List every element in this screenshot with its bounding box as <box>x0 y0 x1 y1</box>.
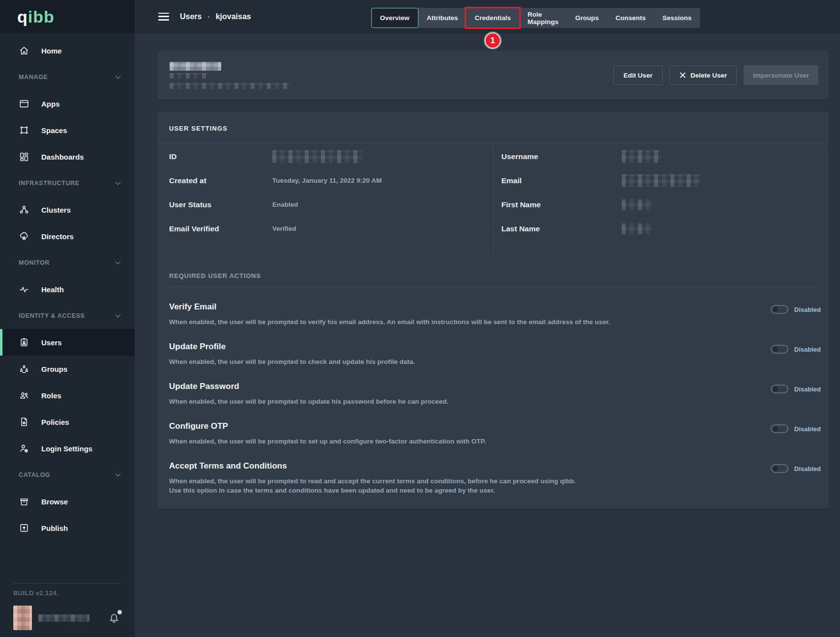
section-label: CATALOG <box>19 471 50 478</box>
sidebar-item-label: Roles <box>41 391 61 400</box>
x-icon <box>679 72 686 79</box>
field-value: Enabled <box>272 201 298 208</box>
field-created-at: Created at Tuesday, January 11, 2022 9:2… <box>157 168 493 193</box>
sidebar-item-publish[interactable]: Publish <box>0 515 135 541</box>
sidebar-item-dashboards[interactable]: Dashboards <box>0 143 135 170</box>
roles-icon <box>19 390 29 401</box>
action-accept-terms: Accept Terms and Conditions When enabled… <box>169 461 821 495</box>
sidebar-item-label: Users <box>41 338 62 347</box>
sidebar-item-apps[interactable]: Apps <box>0 90 135 117</box>
apps-icon <box>19 98 29 109</box>
browse-icon <box>19 496 29 507</box>
action-state: Disabled <box>771 424 821 433</box>
update-profile-toggle[interactable] <box>771 345 788 354</box>
action-body: Update Password When enabled, the user w… <box>169 382 771 406</box>
sidebar-section-manage[interactable]: MANAGE <box>0 64 135 90</box>
section-label: IDENTITY & ACCESS <box>19 312 85 319</box>
toggle-state-label: Disabled <box>794 306 821 313</box>
profile-name-redacted <box>38 614 89 622</box>
sidebar-item-home[interactable]: Home <box>0 37 135 64</box>
sidebar-item-users[interactable]: Users <box>0 329 135 356</box>
sidebar-divider <box>13 583 121 583</box>
action-description: When enabled, the user will be prompted … <box>169 317 746 327</box>
action-body: Configure OTP When enabled, the user wil… <box>169 421 771 446</box>
action-description: When enabled, the user will be prompted … <box>169 357 746 366</box>
update-password-toggle[interactable] <box>771 385 788 393</box>
field-user-status: User Status Enabled <box>157 193 493 217</box>
toggle-knob <box>773 307 778 312</box>
qibb-logo[interactable]: qibb <box>17 8 55 25</box>
sidebar-item-clusters[interactable]: Clusters <box>0 196 135 223</box>
tab-role-mappings[interactable]: Role Mappings <box>519 8 567 28</box>
field-email: Email <box>493 168 829 193</box>
sidebar-item-browse[interactable]: Browse <box>0 488 135 515</box>
users-icon <box>19 337 29 348</box>
accept-terms-toggle[interactable] <box>771 464 788 473</box>
hamburger-menu-icon[interactable] <box>158 13 169 21</box>
impersonate-user-label: Impersonate User <box>753 72 809 79</box>
sidebar-item-groups[interactable]: Groups <box>0 356 135 382</box>
edit-user-label: Edit User <box>623 72 652 79</box>
field-value: Tuesday, January 11, 2022 9:20 AM <box>272 177 382 184</box>
action-description: When enabled, the user will be prompted … <box>169 437 746 446</box>
chevron-down-icon <box>114 312 122 320</box>
sidebar-item-label: Browse <box>41 498 68 506</box>
sidebar-section-monitor[interactable]: MONITOR <box>0 249 135 276</box>
sidebar-item-login-settings[interactable]: Login Settings <box>0 435 135 462</box>
breadcrumb-separator: • <box>207 13 209 20</box>
action-update-password: Update Password When enabled, the user w… <box>169 382 821 406</box>
sidebar-nav: Home MANAGE Apps Spaces <box>0 33 135 541</box>
login-settings-icon <box>19 443 29 454</box>
tab-consents[interactable]: Consents <box>607 8 654 28</box>
tab-overview[interactable]: Overview <box>371 8 418 28</box>
sidebar-item-label: Health <box>41 285 64 294</box>
sidebar-item-policies[interactable]: Policies <box>0 409 135 435</box>
verify-email-toggle[interactable] <box>771 305 788 314</box>
toggle-knob <box>773 347 778 352</box>
publish-icon <box>19 523 29 533</box>
user-id-line-redacted <box>170 83 290 89</box>
chevron-down-icon <box>114 73 122 81</box>
sidebar-item-spaces[interactable]: Spaces <box>0 117 135 143</box>
sidebar-item-health[interactable]: Health <box>0 276 135 303</box>
avatar[interactable] <box>13 606 32 630</box>
action-body: Accept Terms and Conditions When enabled… <box>169 461 771 495</box>
toggle-state-label: Disabled <box>794 346 821 353</box>
action-update-profile: Update Profile When enabled, the user wi… <box>169 342 821 366</box>
sidebar-section-catalog[interactable]: CATALOG <box>0 462 135 488</box>
chevron-down-icon <box>114 259 122 267</box>
delete-user-button[interactable]: Delete User <box>669 65 737 85</box>
action-description: When enabled, the user will be prompted … <box>169 397 746 406</box>
tab-sessions[interactable]: Sessions <box>654 8 700 28</box>
sidebar-section-infrastructure[interactable]: INFRASTRUCTURE <box>0 170 135 196</box>
impersonate-user-button[interactable]: Impersonate User <box>744 65 818 85</box>
user-settings-header: USER SETTINGS <box>157 111 829 143</box>
field-id: ID <box>157 144 493 168</box>
notification-dot <box>117 610 122 614</box>
sidebar: qibb Home MANAGE Apps <box>0 0 135 637</box>
sidebar-item-roles[interactable]: Roles <box>0 382 135 409</box>
action-title: Configure OTP <box>169 421 746 431</box>
breadcrumb-users[interactable]: Users <box>180 12 202 21</box>
field-label: Username <box>501 152 622 161</box>
field-label: User Status <box>169 200 272 209</box>
field-label: Last Name <box>501 224 622 233</box>
tab-credentials-label: Credentials <box>475 14 511 22</box>
action-description: When enabled, the user will be prompted … <box>169 476 746 486</box>
edit-user-button[interactable]: Edit User <box>613 65 662 85</box>
sidebar-item-label: Groups <box>41 365 67 373</box>
sidebar-section-identity-access[interactable]: IDENTITY & ACCESS <box>0 303 135 329</box>
tab-credentials[interactable]: Credentials 1 <box>466 8 520 28</box>
field-email-verified: Email Verified Verified <box>157 217 493 241</box>
action-title: Update Password <box>169 382 746 391</box>
breadcrumb: Users • kjovaisas <box>180 12 251 21</box>
notifications-button[interactable] <box>107 611 121 625</box>
tab-attributes[interactable]: Attributes <box>418 8 466 28</box>
user-settings-title: USER SETTINGS <box>169 125 817 132</box>
sidebar-item-label: Dashboards <box>41 153 84 161</box>
sidebar-item-label: Policies <box>41 418 69 426</box>
sidebar-item-directors[interactable]: Directors <box>0 223 135 249</box>
configure-otp-toggle[interactable] <box>771 424 788 433</box>
tab-groups[interactable]: Groups <box>567 8 607 28</box>
toggle-knob <box>773 387 778 392</box>
